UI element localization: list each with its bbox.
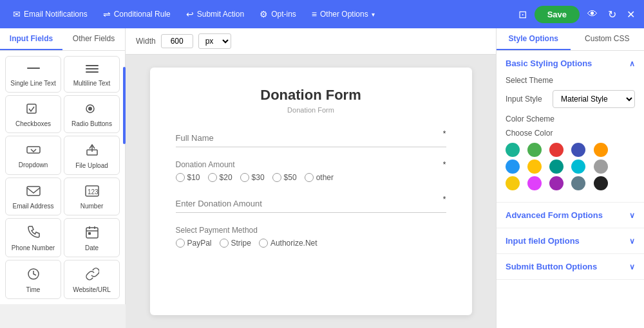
sidebar-item-number[interactable]: 123 Number: [64, 178, 120, 215]
accordion-input-field-header[interactable]: Input field Options: [497, 228, 644, 253]
sidebar-item-multiline-text[interactable]: Multiline Text: [64, 56, 120, 93]
payment-radio-group: PayPal Stripe Authorize.Net: [176, 239, 446, 248]
color-swatch[interactable]: [594, 176, 608, 190]
conditional-icon: ⇌: [103, 9, 111, 19]
accordion-basic-styling-header[interactable]: Basic Styling Options: [497, 51, 644, 76]
payment-method-label: Select Payment Method: [176, 226, 446, 235]
sidebar-item-label: Time: [26, 286, 41, 293]
input-style-row: Input Style Material Style Default Flat …: [506, 90, 635, 108]
radio-authorize-net[interactable]: Authorize.Net: [259, 239, 317, 248]
nav-submit-action[interactable]: ↩ Submit Action: [180, 6, 251, 23]
sidebar-item-time[interactable]: Time: [5, 260, 61, 299]
radio-option-other[interactable]: other: [305, 173, 334, 182]
form-card: Donation Form Donation Form * * Donation…: [150, 68, 472, 315]
tab-style-options[interactable]: Style Options: [497, 28, 571, 50]
checkboxes-icon: [26, 102, 41, 117]
sidebar-item-dropdown[interactable]: Dropdown: [5, 136, 61, 175]
svg-rect-17: [88, 232, 91, 235]
tab-other-fields[interactable]: Other Fields: [62, 28, 125, 50]
radio-icon: [85, 102, 99, 117]
accordion-advanced-header[interactable]: Advanced Form Options: [497, 203, 644, 228]
input-style-select[interactable]: Material Style Default Flat Outline: [553, 90, 635, 108]
radio-circle: [220, 239, 229, 248]
nav-optins[interactable]: ⚙ Opt-ins: [253, 6, 303, 23]
sidebar-item-label: File Upload: [75, 162, 108, 169]
single-line-icon: [26, 63, 41, 77]
sidebar-item-date[interactable]: Date: [64, 218, 120, 257]
sidebar-item-email[interactable]: Email Address: [5, 178, 61, 215]
url-icon: [85, 267, 99, 283]
field-donation-amount: * Donation Amount $10 $20 $: [176, 160, 446, 182]
color-swatch[interactable]: [549, 143, 564, 157]
color-swatch[interactable]: [594, 159, 608, 174]
radio-option-30[interactable]: $30: [240, 173, 265, 182]
nav-conditional-rule[interactable]: ⇌ Conditional Rule: [97, 6, 177, 23]
phone-icon: [26, 225, 41, 241]
refresh-button[interactable]: ↻: [605, 6, 619, 23]
sidebar-item-single-line-text[interactable]: Single Line Text: [5, 56, 61, 93]
radio-circle: [272, 173, 281, 182]
close-button[interactable]: ✕: [624, 6, 638, 23]
nav-other-options[interactable]: ≡ Other Options ▾: [305, 6, 381, 23]
sidebar-item-file-upload[interactable]: File Upload: [64, 136, 120, 175]
tab-custom-css[interactable]: Custom CSS: [571, 28, 645, 50]
sidebar-item-label: Checkboxes: [15, 120, 51, 127]
color-swatch[interactable]: [571, 176, 585, 190]
color-swatch[interactable]: [527, 143, 542, 157]
field-full-name: *: [176, 129, 446, 147]
chevron-down-icon: [629, 237, 635, 246]
radio-paypal[interactable]: PayPal: [176, 239, 212, 248]
save-button[interactable]: Save: [535, 6, 580, 23]
donation-radio-group: $10 $20 $30 $50: [176, 173, 446, 182]
nav-email-notifications[interactable]: ✉ Email Notifications: [6, 6, 94, 23]
color-swatch[interactable]: [571, 143, 585, 157]
color-swatch[interactable]: [527, 159, 542, 174]
accordion-submit-button-header[interactable]: Submit Button Options: [497, 254, 644, 279]
top-nav: ✉ Email Notifications ⇌ Conditional Rule…: [0, 0, 644, 28]
width-label: Width: [136, 37, 156, 46]
color-swatch[interactable]: [506, 143, 520, 157]
right-panel: Style Options Custom CSS Basic Styling O…: [496, 28, 644, 328]
accordion-advanced-form: Advanced Form Options: [497, 203, 644, 228]
field-enter-donation: *: [176, 195, 446, 213]
radio-circle: [305, 173, 314, 182]
color-swatch[interactable]: [527, 176, 542, 190]
color-swatch[interactable]: [506, 176, 520, 190]
email-field-icon: [26, 185, 41, 199]
sidebar-item-website-url[interactable]: Website/URL: [64, 260, 120, 299]
width-input[interactable]: [161, 34, 193, 48]
color-swatch[interactable]: [506, 159, 520, 174]
unit-select[interactable]: px % em: [198, 33, 231, 49]
right-tabs: Style Options Custom CSS: [497, 28, 644, 51]
radio-stripe[interactable]: Stripe: [220, 239, 251, 248]
color-swatch[interactable]: [549, 176, 564, 190]
svg-rect-1: [86, 65, 99, 66]
layout-toggle-button[interactable]: ⊡: [516, 6, 529, 23]
radio-option-50[interactable]: $50: [272, 173, 297, 182]
preview-button[interactable]: 👁: [585, 6, 600, 23]
form-title: Donation Form: [176, 87, 446, 104]
left-sidebar-wrapper: Input Fields Other Fields Single Line Te…: [0, 28, 126, 328]
left-sidebar: Input Fields Other Fields Single Line Te…: [0, 28, 126, 304]
chevron-down-icon: ▾: [372, 11, 375, 18]
color-swatch[interactable]: [571, 159, 585, 174]
input-full-name[interactable]: [176, 129, 446, 147]
sidebar-item-phone[interactable]: Phone Number: [5, 218, 61, 257]
tab-input-fields[interactable]: Input Fields: [0, 28, 62, 50]
color-swatch[interactable]: [549, 159, 564, 174]
date-icon: [85, 225, 99, 241]
color-swatch[interactable]: [594, 143, 608, 157]
input-field-label: Input field Options: [506, 236, 580, 246]
chevron-up-icon: [629, 59, 635, 68]
svg-text:123: 123: [88, 188, 99, 196]
input-enter-donation[interactable]: [176, 195, 446, 213]
sidebar-item-label: Radio Buttons: [71, 120, 112, 127]
sidebar-item-checkboxes[interactable]: Checkboxes: [5, 95, 61, 133]
svg-point-6: [88, 107, 92, 111]
sidebar-item-radio-buttons[interactable]: Radio Buttons: [64, 95, 120, 133]
radio-option-10[interactable]: $10: [176, 173, 200, 182]
sidebar-item-label: Single Line Text: [10, 80, 55, 87]
submit-button-label: Submit Button Options: [506, 262, 597, 271]
radio-option-20[interactable]: $20: [208, 173, 232, 182]
radio-circle: [176, 239, 185, 248]
